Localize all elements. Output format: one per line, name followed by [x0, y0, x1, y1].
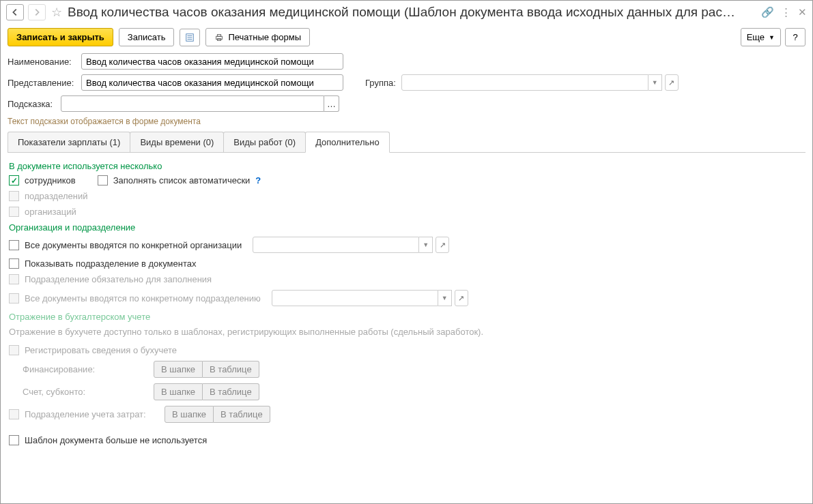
print-button[interactable]: Печатные формы [205, 28, 310, 46]
account-label: Счет, субконто: [9, 387, 145, 397]
group-dropdown-button[interactable]: ▼ [648, 74, 662, 91]
group-label: Группа: [365, 78, 401, 88]
nav-back-button[interactable] [6, 4, 24, 20]
link-icon[interactable]: 🔗 [761, 6, 774, 18]
dept-select [272, 290, 438, 306]
employees-label: сотрудников [25, 175, 76, 186]
dept-open-button: ↗ [455, 290, 468, 306]
hint-label: Подсказка: [8, 99, 61, 109]
help-button[interactable]: ? [785, 28, 805, 46]
dept-cost-checkbox [9, 409, 19, 419]
svg-rect-5 [218, 34, 221, 36]
employees-checkbox[interactable] [9, 175, 19, 186]
org-open-button[interactable]: ↗ [436, 237, 449, 253]
all-docs-org-label: Все документы вводятся по конкретной орг… [25, 240, 242, 250]
autofill-label: Заполнять список автоматически [113, 175, 251, 186]
nav-forward-button[interactable] [28, 4, 46, 20]
name-label: Наименование: [8, 57, 81, 67]
all-docs-dept-checkbox [9, 293, 19, 303]
tab-time-types[interactable]: Виды времени (0) [130, 132, 224, 152]
more-button[interactable]: Еще ▼ [741, 28, 781, 46]
window-title: Ввод количества часов оказания медицинск… [68, 5, 757, 20]
dept-cost-toggle: В шапке В таблице [165, 406, 270, 423]
show-dept-checkbox[interactable] [9, 258, 19, 269]
register-accounting-label: Регистрировать сведения о бухучете [25, 345, 177, 355]
view-label: Представление: [8, 78, 81, 88]
hint-info: Текст подсказки отображается в форме док… [8, 117, 805, 126]
hint-input[interactable] [61, 95, 324, 112]
tab-additional[interactable]: Дополнительно [305, 132, 390, 153]
dept-required-checkbox [9, 274, 19, 284]
tab-indicators[interactable]: Показатели зарплаты (1) [8, 132, 130, 152]
dept-dropdown-button: ▼ [438, 290, 452, 306]
hint-ellipsis-button[interactable]: … [324, 95, 339, 112]
group-select[interactable] [401, 74, 648, 91]
section-multiple: В документе используется несколько [9, 161, 804, 171]
autofill-checkbox[interactable] [98, 175, 108, 186]
orgs-label: организаций [25, 207, 76, 217]
group-open-button[interactable]: ↗ [665, 74, 679, 91]
not-used-checkbox[interactable] [9, 435, 19, 445]
close-icon[interactable]: ✕ [798, 6, 807, 18]
section-accounting: Отражение в бухгалтерском учете [9, 312, 804, 322]
all-docs-org-checkbox[interactable] [9, 240, 19, 250]
show-dept-label: Показывать подразделение в документах [25, 258, 196, 269]
dept-required-label: Подразделение обязательно для заполнения [25, 274, 212, 284]
account-toggle: В шапке В таблице [154, 383, 259, 400]
tab-work-types[interactable]: Виды работ (0) [223, 132, 306, 152]
menu-icon[interactable]: ⋮ [781, 6, 791, 18]
register-accounting-checkbox [9, 345, 19, 355]
all-docs-dept-label: Все документы вводятся по конкретному по… [25, 293, 261, 303]
save-close-button[interactable]: Записать и закрыть [8, 28, 113, 46]
autofill-help-icon[interactable]: ? [255, 175, 261, 186]
favorite-icon[interactable]: ☆ [50, 5, 63, 19]
org-dropdown-button[interactable]: ▼ [419, 237, 433, 253]
financing-label: Финансирование: [9, 364, 145, 374]
orgs-checkbox [9, 207, 19, 217]
dept-cost-label: Подразделение учета затрат: [25, 409, 159, 419]
section-org: Организация и подразделение [9, 222, 804, 233]
view-input[interactable] [81, 74, 343, 91]
financing-toggle: В шапке В таблице [154, 361, 259, 378]
list-icon-button[interactable] [180, 29, 200, 46]
save-button[interactable]: Записать [119, 28, 175, 46]
name-input[interactable] [81, 53, 343, 70]
departments-checkbox [9, 191, 19, 201]
tab-bar: Показатели зарплаты (1) Виды времени (0)… [8, 132, 805, 153]
not-used-label: Шаблон документа больше не используется [25, 435, 207, 445]
chevron-down-icon: ▼ [769, 34, 775, 41]
departments-label: подразделений [25, 191, 87, 201]
org-select[interactable] [253, 237, 419, 253]
accounting-info: Отражение в бухучете доступно только в ш… [9, 326, 804, 338]
